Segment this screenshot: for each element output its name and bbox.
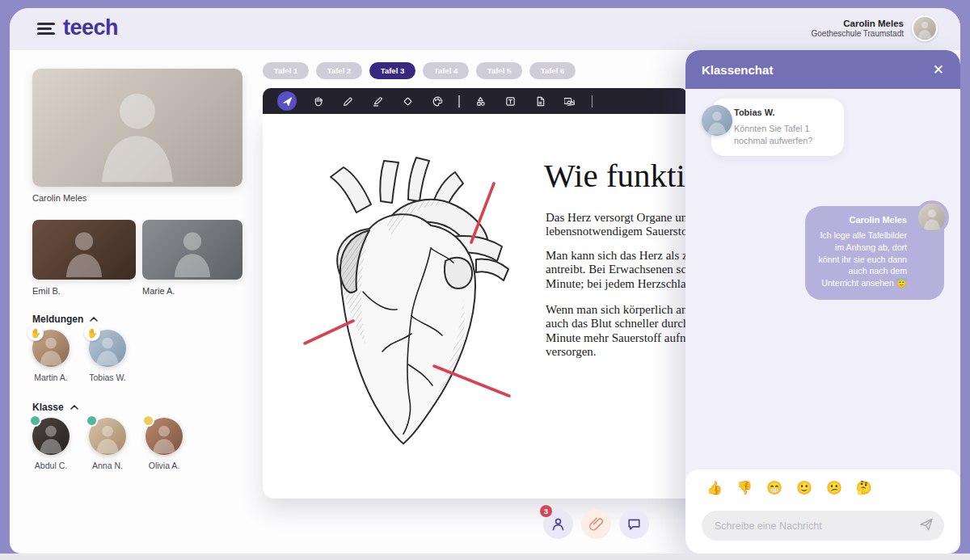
section-meldungen-label: Meldungen [32, 314, 83, 325]
reaction-grin[interactable]: 😁 [766, 480, 782, 495]
chat-toggle-button[interactable] [619, 509, 649, 539]
participant-name: Abdul C. [26, 461, 76, 470]
bottom-strip [0, 554, 970, 560]
avatar-tobias-chat [702, 105, 732, 136]
notification-badge: 3 [539, 504, 553, 518]
toolbar-divider [592, 95, 593, 107]
current-user-meta: Carolin Meles Goetheschule Traumstadt [811, 18, 904, 40]
text-tool-icon[interactable] [502, 92, 520, 110]
person-icon [550, 516, 566, 532]
participants-button[interactable]: 3 [543, 509, 573, 539]
participant-name: Tobias W. [82, 373, 133, 382]
status-dot-online [86, 415, 98, 427]
current-user-name: Carolin Meles [811, 18, 904, 29]
tab-tafel-6[interactable]: Tafel 6 [529, 62, 576, 79]
pencil-tool-icon[interactable] [339, 92, 356, 110]
shapes-tool-icon[interactable] [472, 92, 490, 110]
images-tool-icon[interactable] [562, 92, 580, 110]
video-tile-marie[interactable] [142, 220, 242, 280]
select-tool-icon[interactable] [277, 91, 297, 111]
drawing-toolbar [263, 88, 688, 114]
attachments-button[interactable] [581, 509, 611, 539]
chat-input-wrap [702, 511, 944, 541]
footer-actions: 3 [543, 509, 649, 539]
reaction-thumbs-up[interactable]: 👍 [706, 480, 723, 495]
close-icon[interactable]: ✕ [933, 63, 944, 77]
chat-panel: Klassenchat ✕ Tobias W. Könnten Sie Tafe… [685, 50, 960, 554]
chat-title: Klassenchat [702, 63, 773, 77]
chat-footer: 👍 👎 😁 🙂 😕 🤔 [685, 469, 960, 554]
highlighter-tool-icon[interactable] [369, 92, 386, 110]
section-meldungen[interactable]: Meldungen [32, 314, 98, 325]
spotlight-name: Carolin Meles [32, 193, 86, 203]
message-author: Tobias W. [734, 107, 833, 117]
chevron-up-icon [70, 405, 78, 410]
chat-header: Klassenchat ✕ [685, 50, 960, 89]
heart-illustration [310, 153, 513, 478]
topbar: teech Carolin Meles Goetheschule Traumst… [10, 8, 960, 50]
tab-tafel-1[interactable]: Tafel 1 [263, 62, 309, 79]
paperclip-icon [588, 516, 604, 532]
current-user[interactable]: Carolin Meles Goetheschule Traumstadt [811, 15, 938, 41]
board-title: Wie funktio [544, 156, 702, 195]
avatar [912, 15, 938, 41]
toolbar-divider [458, 95, 460, 107]
chat-message-received: Tobias W. Könnten Sie Tafel 1 nochmal au… [711, 99, 844, 156]
current-user-school: Goetheschule Traumstadt [811, 29, 904, 40]
message-text: Könnten Sie Tafel 1 nochmal aufwerfen? [734, 123, 833, 146]
eraser-tool-icon[interactable] [399, 92, 416, 110]
hand-raised-badge: ✋ [84, 325, 100, 341]
video-tile-spotlight[interactable] [32, 69, 242, 187]
reaction-thinking[interactable]: 🤔 [856, 480, 872, 495]
app-window: teech Carolin Meles Goetheschule Traumst… [10, 8, 960, 554]
send-button[interactable] [918, 516, 934, 536]
participant-name: Martin A. [26, 373, 76, 382]
send-icon [918, 516, 934, 533]
board-paragraph: Das Herz versorgt Organe und lebensnotwe… [546, 211, 695, 239]
board-paragraph: Man kann sich das Herz als zen antreibt.… [546, 249, 701, 291]
menu-icon[interactable] [37, 23, 55, 36]
tab-tafel-5[interactable]: Tafel 5 [476, 62, 522, 79]
tab-tafel-2[interactable]: Tafel 2 [316, 62, 362, 79]
reaction-smile[interactable]: 🙂 [796, 480, 812, 495]
board-tabs: Tafel 1 Tafel 2 Tafel 3 Tafel 4 Tafel 5 … [263, 62, 576, 79]
video-tile-emil[interactable] [32, 220, 136, 280]
chat-message-input[interactable] [715, 520, 918, 532]
chevron-up-icon [90, 317, 98, 322]
participant-name: Emil B. [32, 286, 61, 296]
tab-tafel-4[interactable]: Tafel 4 [423, 62, 469, 79]
participant-name: Anna N. [82, 461, 133, 470]
status-dot-online [29, 415, 41, 427]
participant-name: Olivia A. [139, 461, 189, 470]
reaction-thumbs-down[interactable]: 👎 [736, 480, 753, 495]
status-dot-away [142, 415, 154, 427]
chat-bubble-icon [626, 516, 642, 532]
app-logo: teech [63, 15, 118, 40]
avatar-carolin-chat [915, 200, 949, 234]
section-klasse-label: Klasse [32, 402, 64, 413]
board-paragraph: Wenn man sich körperlich anst auch das B… [546, 303, 698, 360]
color-palette-icon[interactable] [428, 92, 446, 110]
section-klasse[interactable]: Klasse [32, 402, 78, 413]
message-author: Carolin Meles [817, 215, 907, 225]
message-text: Ich lege alle Tafelbilder im Anhang ab, … [817, 229, 907, 289]
hand-raised-badge: ✋ [27, 325, 44, 341]
pan-hand-icon[interactable] [309, 92, 327, 110]
document-tool-icon[interactable] [532, 92, 550, 110]
reaction-confused[interactable]: 😕 [826, 480, 842, 495]
participant-name: Marie A. [142, 286, 175, 296]
page: teech Carolin Meles Goetheschule Traumst… [0, 0, 970, 560]
reaction-bar: 👍 👎 😁 🙂 😕 🤔 [706, 480, 872, 495]
tab-tafel-3[interactable]: Tafel 3 [369, 62, 415, 79]
